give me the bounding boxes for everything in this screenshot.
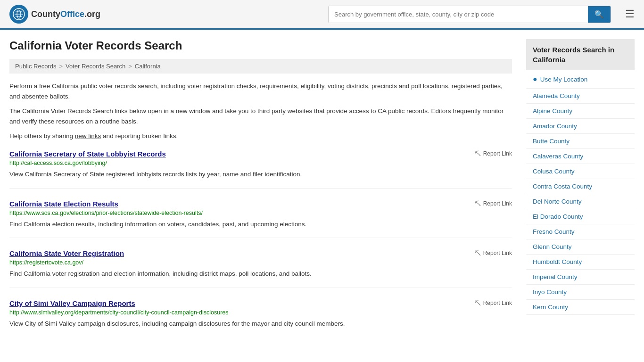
- list-item: Humboldt County: [526, 255, 635, 270]
- result-title-3[interactable]: City of Simi Valley Campaign Reports: [9, 299, 135, 307]
- county-link-contra-costa[interactable]: Contra Costa County: [526, 179, 635, 194]
- county-link-butte[interactable]: Butte County: [526, 134, 635, 148]
- use-my-location-link[interactable]: Use My Location: [540, 76, 588, 83]
- description-2: The California Voter Records Search link…: [9, 106, 512, 126]
- county-link-imperial[interactable]: Imperial County: [526, 270, 635, 284]
- results-list: California Secretary of State Lobbyist R…: [9, 150, 512, 337]
- result-url-2[interactable]: https://registertovote.ca.gov/: [9, 259, 512, 266]
- list-item: Butte County: [526, 134, 635, 149]
- result-title-0[interactable]: California Secretary of State Lobbyist R…: [9, 150, 166, 158]
- main-content: California Voter Records Search Public R…: [9, 39, 512, 348]
- list-item: Fresno County: [526, 224, 635, 239]
- header: CountyOffice.org 🔍 ☰: [0, 0, 644, 30]
- list-item: Imperial County: [526, 270, 635, 285]
- search-input[interactable]: [329, 6, 588, 23]
- result-url-1[interactable]: https://www.sos.ca.gov/elections/prior-e…: [9, 210, 512, 216]
- county-link-amador[interactable]: Amador County: [526, 119, 635, 133]
- search-icon: 🔍: [594, 10, 604, 18]
- description-1: Perform a free California public voter r…: [9, 81, 512, 101]
- county-link-inyo[interactable]: Inyo County: [526, 285, 635, 299]
- result-desc-1: Find California election results, includ…: [9, 219, 512, 230]
- page-container: California Voter Records Search Public R…: [0, 30, 644, 358]
- result-title-1[interactable]: California State Election Results: [9, 200, 118, 208]
- search-bar: 🔍: [328, 6, 611, 23]
- result-card-1: California State Election Results ⛏ Repo…: [9, 200, 512, 239]
- result-header-3: City of Simi Valley Campaign Reports ⛏ R…: [9, 299, 512, 307]
- county-link-fresno[interactable]: Fresno County: [526, 224, 635, 239]
- list-item: Alameda County: [526, 89, 635, 104]
- page-title: California Voter Records Search: [9, 39, 512, 52]
- county-link-humboldt[interactable]: Humboldt County: [526, 255, 635, 269]
- result-header-2: California State Voter Registration ⛏ Re…: [9, 249, 512, 257]
- breadcrumb-sep-2: >: [128, 63, 132, 70]
- breadcrumb-sep-1: >: [59, 63, 63, 70]
- county-link-el-dorado[interactable]: El Dorado County: [526, 209, 635, 224]
- report-link-0[interactable]: ⛏ Report Link: [474, 150, 512, 157]
- result-desc-0: View California Secretary of State regis…: [9, 169, 512, 180]
- description-3: Help others by sharing new links and rep…: [9, 131, 512, 141]
- list-item: El Dorado County: [526, 209, 635, 224]
- list-item: Kern County: [526, 300, 635, 315]
- list-item: Calaveras County: [526, 149, 635, 164]
- breadcrumb: Public Records > Voter Records Search > …: [9, 59, 512, 74]
- sidebar: Voter Records Search in California ● Use…: [526, 39, 635, 348]
- county-link-alameda[interactable]: Alameda County: [526, 89, 635, 103]
- list-item: Alpine County: [526, 104, 635, 119]
- report-link-2[interactable]: ⛏ Report Link: [474, 249, 512, 257]
- list-item: Contra Costa County: [526, 179, 635, 194]
- result-card-0: California Secretary of State Lobbyist R…: [9, 150, 512, 189]
- result-url-0[interactable]: http://cal-access.sos.ca.gov/lobbying/: [9, 160, 512, 166]
- new-links-link[interactable]: new links: [75, 132, 101, 140]
- location-icon: ●: [533, 75, 537, 83]
- county-link-glenn[interactable]: Glenn County: [526, 239, 635, 254]
- search-button[interactable]: 🔍: [588, 6, 611, 23]
- breadcrumb-voter-records[interactable]: Voter Records Search: [66, 63, 125, 70]
- logo-text: CountyOffice.org: [31, 9, 100, 19]
- county-link-colusa[interactable]: Colusa County: [526, 164, 635, 179]
- county-link-kern[interactable]: Kern County: [526, 300, 635, 314]
- report-icon-0: ⛏: [474, 150, 481, 157]
- result-header-0: California Secretary of State Lobbyist R…: [9, 150, 512, 158]
- result-title-2[interactable]: California State Voter Registration: [9, 249, 124, 257]
- report-icon-1: ⛏: [474, 200, 481, 207]
- sidebar-location: ● Use My Location: [526, 70, 635, 89]
- result-header-1: California State Election Results ⛏ Repo…: [9, 200, 512, 208]
- result-desc-2: Find California voter registration and e…: [9, 269, 512, 279]
- logo-icon: [9, 5, 28, 24]
- list-item: Amador County: [526, 119, 635, 134]
- breadcrumb-california[interactable]: California: [135, 63, 161, 70]
- list-item: Inyo County: [526, 285, 635, 300]
- result-card-3: City of Simi Valley Campaign Reports ⛏ R…: [9, 299, 512, 337]
- sidebar-county-list: Alameda County Alpine County Amador Coun…: [526, 89, 635, 315]
- sidebar-title: Voter Records Search in California: [526, 39, 635, 70]
- result-card-2: California State Voter Registration ⛏ Re…: [9, 249, 512, 288]
- result-desc-3: View City of Simi Valley campaign disclo…: [9, 319, 512, 329]
- report-icon-3: ⛏: [474, 299, 481, 307]
- result-url-3[interactable]: http://www.simivalley.org/departments/ci…: [9, 309, 512, 316]
- logo[interactable]: CountyOffice.org: [9, 5, 100, 24]
- county-link-alpine[interactable]: Alpine County: [526, 104, 635, 118]
- list-item: Colusa County: [526, 164, 635, 179]
- menu-icon[interactable]: ☰: [625, 8, 635, 20]
- breadcrumb-public-records[interactable]: Public Records: [15, 63, 56, 70]
- county-link-calaveras[interactable]: Calaveras County: [526, 149, 635, 164]
- list-item: Glenn County: [526, 239, 635, 255]
- list-item: Del Norte County: [526, 194, 635, 209]
- report-link-1[interactable]: ⛏ Report Link: [474, 200, 512, 207]
- report-link-3[interactable]: ⛏ Report Link: [474, 299, 512, 307]
- county-link-del-norte[interactable]: Del Norte County: [526, 194, 635, 209]
- report-icon-2: ⛏: [474, 249, 481, 257]
